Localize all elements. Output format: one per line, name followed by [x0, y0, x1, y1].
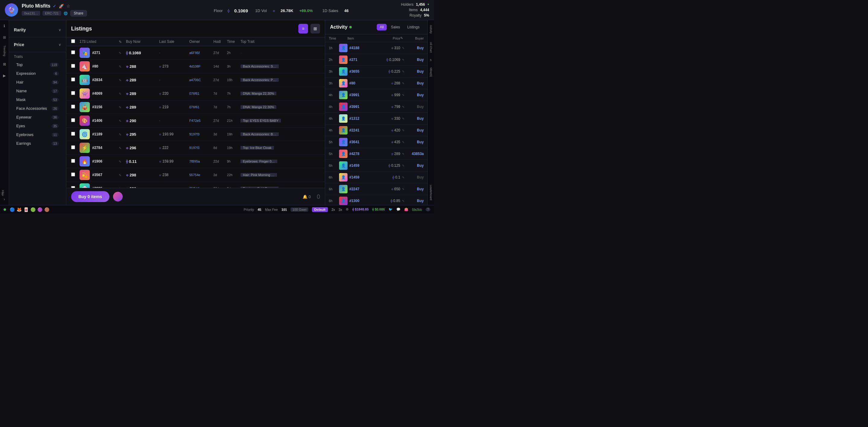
twitter-icon[interactable]: 🐦 [389, 208, 393, 211]
activity-row[interactable]: 6h 👤 #2247 ⟐650 ✎ Buy [325, 183, 427, 195]
nav-grid[interactable]: ⊞ [1, 34, 8, 41]
row-checkbox[interactable] [71, 145, 75, 149]
activity-buyer[interactable]: Buy [409, 199, 424, 203]
nav-filter[interactable]: Filter [1, 190, 4, 196]
right-nav-5[interactable]: 5 [430, 59, 432, 62]
table-row[interactable]: ⚡ #2784 ✎ ⟐ 296 ⟐ 222 9197f3 8d 19h Top:… [66, 141, 325, 155]
right-nav-mine[interactable]: Mine(6) [430, 65, 433, 79]
discord-icon[interactable]: 💬 [396, 208, 401, 211]
edit-icon: ✎ [119, 51, 126, 55]
table-row[interactable]: 🌀 #1189 ✎ ⟐ 295 ⟐ 193.99 9197f3 3d 19h B… [66, 127, 325, 141]
row-checkbox[interactable] [71, 50, 75, 54]
activity-buyer[interactable]: Buy [409, 116, 424, 121]
activity-buyer[interactable]: Buy [409, 93, 424, 97]
2x-button[interactable]: 2x [332, 208, 335, 211]
nav-trending[interactable]: Trending [3, 45, 6, 56]
table-row[interactable]: 🎨 #1406 ✎ ⟐ 290 - F472e5 27d 21h Top: EY… [66, 114, 325, 127]
activity-buyer[interactable]: Buy [409, 163, 424, 167]
trait-item-hair[interactable]: Hair94 [11, 78, 64, 86]
table-row[interactable]: 👾 #4069 ✎ ⟐ 289 ⟐ 220 076f61 7d 7h DNA: … [66, 87, 325, 100]
row-checkbox[interactable] [71, 104, 75, 109]
activity-buyer[interactable]: Buy [409, 140, 424, 144]
nav-play[interactable]: ▶ [1, 72, 8, 79]
trait-item-eyes[interactable]: Eyes35 [11, 122, 64, 130]
activity-buyer[interactable]: Buy [409, 58, 424, 62]
nav-box[interactable]: ⊠ [1, 61, 8, 67]
row-checkbox[interactable] [71, 64, 75, 68]
activity-row[interactable]: 5h 👤 #3641 ⟐435 ✎ Buy [325, 136, 427, 148]
table-row[interactable]: 💫 #3567 ✎ ⟐ 298 ⟐ 238 55754e 2d 22h Hair… [66, 168, 325, 182]
right-nav-activity[interactable]: Activity [430, 23, 433, 36]
table-row[interactable]: 🔥 #1906 ✎ ⟠ 0.11 ⟐ 159.99 7fB95a 22d 9h … [66, 155, 325, 168]
favorite-icon[interactable]: ☆ [66, 4, 70, 8]
activity-row[interactable]: 3h 👤 #3655 ⟠0.225 ✎ Buy [325, 66, 427, 78]
right-nav-chart[interactable]: All Chart [430, 40, 433, 55]
activity-row[interactable]: 6h 👤 #1459 ⟠0.125 ✎ Buy [325, 160, 427, 172]
top-trait: Hair: Pink Morning … [241, 173, 320, 177]
buy-items-button[interactable]: Buy 0 items [71, 191, 110, 202]
trait-item-mask[interactable]: Mask53 [11, 96, 64, 104]
row-checkbox[interactable] [71, 91, 75, 95]
nav-info[interactable]: ℹ [1, 23, 8, 29]
help-icon[interactable]: ? [426, 208, 430, 211]
activity-buyer[interactable]: Buy [409, 128, 424, 132]
activity-buyer[interactable]: Buy [409, 69, 424, 73]
activity-row[interactable]: 3h 👤 #80 ⟐288 ✎ Buy [325, 78, 427, 89]
select-all-checkbox[interactable] [71, 39, 75, 43]
row-checkbox[interactable] [71, 78, 75, 82]
trait-item-eyewear[interactable]: Eyewear36 [11, 113, 64, 121]
activity-buyer[interactable]: Buy [409, 81, 424, 85]
activity-buyer[interactable]: Buy [409, 187, 424, 191]
nav-chevron[interactable]: › [1, 196, 8, 203]
activity-row[interactable]: 4h 👤 #3991 ⟐799 ✎ Buy [325, 101, 427, 113]
trait-item-top[interactable]: Top119 [11, 61, 64, 69]
activity-tab-sales[interactable]: Sales [388, 24, 403, 30]
activity-row[interactable]: 1h 👤 #4188 ⟐310 ✎ Buy [325, 42, 427, 54]
trait-item-name[interactable]: Name17 [11, 87, 64, 95]
globe-icon[interactable]: 🌐 [64, 11, 68, 16]
table-row[interactable]: 🎭 #271 ✎ ⟠ 0.1069 - a6F95f 27d 2h - [66, 46, 325, 60]
activity-edit-icon: ✎ [402, 105, 407, 109]
activity-row[interactable]: 6h 👤 #1459 ⟠0.1 ✎ Buy [325, 172, 427, 183]
edit-icon: ✎ [119, 146, 126, 150]
activity-tab-listings[interactable]: Listings [404, 24, 423, 30]
activity-row[interactable]: 2h 👤 #271 ⟠0.1069 ✎ Buy [325, 54, 427, 66]
row-checkbox[interactable] [71, 118, 75, 122]
activity-row[interactable]: 4h 👤 #3991 ⟐999 ✎ Buy [325, 89, 427, 101]
trait-item-earrings[interactable]: Earrings13 [11, 139, 64, 148]
table-row[interactable]: 🤖 #2834 ✎ ⟐ 289 - a4706C 27d 19h Back Ac… [66, 73, 325, 87]
right-nav-leaderboard[interactable]: Leaderboard [430, 182, 433, 203]
row-checkbox[interactable] [71, 159, 75, 163]
activity-row[interactable]: 4h 👤 #1312 ⟐330 ✎ Buy [325, 113, 427, 125]
top-trait: Top: Ice Blue Cloak [241, 146, 320, 150]
activity-buyer[interactable]: Buy [409, 104, 424, 109]
nft-id: #80 [92, 64, 98, 68]
avatar-button[interactable] [113, 192, 123, 202]
row-checkbox[interactable] [71, 173, 75, 176]
list-view-button[interactable]: ≡ [299, 24, 308, 33]
share-button[interactable]: Share [70, 10, 87, 17]
table-row[interactable]: 🌸 #3886 ✎ ⟐ 300 - 65f544 27d 2d Earrings… [66, 182, 325, 188]
maxfee-label: Max Fee [265, 208, 278, 211]
trait-item-face-accessories[interactable]: Face Accessories26 [11, 104, 64, 113]
trait-item-eyebrows[interactable]: Eyebrows11 [11, 130, 64, 139]
activity-row[interactable]: 4h 👤 #2241 ⟐420 ✎ Buy [325, 125, 427, 136]
trait-item-expression[interactable]: Expression6 [11, 69, 64, 78]
grid-view-button[interactable]: ⊞ [310, 24, 320, 33]
wallet-icon[interactable]: 👛 [404, 208, 408, 211]
table-row[interactable]: 🦄 #80 ✎ ⟐ 288 ⟐ 273 4d108F 14d 3h Back A… [66, 60, 325, 73]
activity-thumbnail: 👤 [339, 185, 347, 193]
default-chip[interactable]: Default [312, 207, 328, 212]
price-section-header[interactable]: Price ∨ [9, 40, 66, 50]
settings-icon[interactable]: ⚙ [346, 208, 349, 211]
activity-thumbnail: 👤 [339, 91, 347, 99]
3x-button[interactable]: 3x [339, 208, 342, 211]
table-row[interactable]: 🎪 #3156 ✎ ⟐ 289 ⟐ 219 076f61 7d 7h DNA: … [66, 100, 325, 114]
activity-buyer[interactable]: Buy [409, 175, 424, 179]
rarity-section-header[interactable]: Rarity ∨ [9, 25, 66, 35]
activity-tab-all[interactable]: All [377, 24, 387, 30]
row-checkbox[interactable] [71, 132, 75, 136]
activity-buyer[interactable]: Buy [409, 46, 424, 50]
activity-row[interactable]: 6h 👤 #1300 ⟠0.85 ✎ Buy [325, 195, 427, 205]
activity-row[interactable]: 5h 👤 #4278 ⟐289 ✎ 43853a [325, 148, 427, 160]
